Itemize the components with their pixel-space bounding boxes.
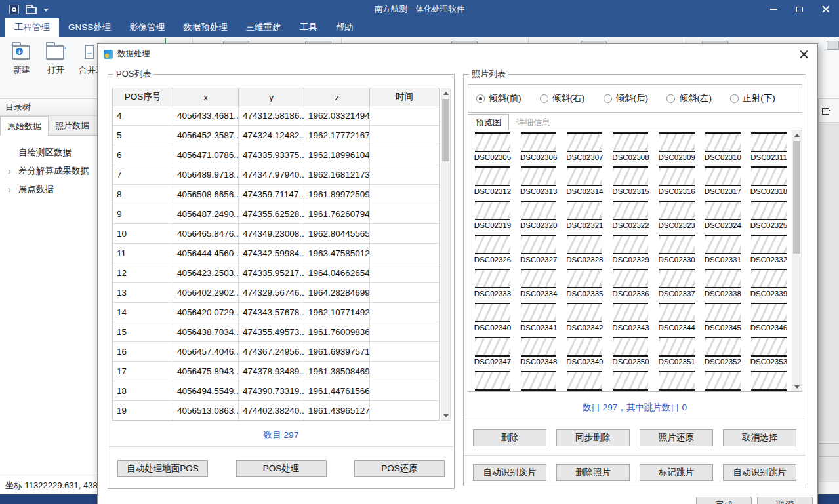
photo-item[interactable]: DSC02331 — [701, 235, 745, 265]
close-button[interactable] — [813, 0, 839, 18]
photo-action-button[interactable]: 标记跳片 — [640, 464, 713, 481]
photo-item[interactable]: DSC02326 — [471, 235, 514, 265]
photo-item[interactable]: DSC02317 — [701, 166, 745, 197]
photo-item[interactable] — [609, 371, 652, 391]
scroll-down-arrow[interactable] — [441, 411, 450, 420]
pos-table-scrollbar[interactable] — [441, 88, 451, 421]
photo-action-button[interactable]: 删除照片 — [556, 464, 630, 481]
photo-item[interactable]: DSC02339 — [747, 269, 790, 299]
photo-action-button[interactable]: 同步删除 — [556, 429, 630, 446]
scrollbar-thumb[interactable] — [442, 99, 449, 161]
photo-tab[interactable]: 预览图 — [468, 114, 509, 130]
photo-item[interactable]: DSC02327 — [517, 235, 560, 265]
photo-item[interactable]: DSC02316 — [655, 166, 699, 197]
photo-item[interactable]: DSC02308 — [609, 132, 652, 163]
photo-item[interactable]: DSC02307 — [563, 132, 606, 163]
table-row[interactable]: 12 4056423.2503... 474335.95217... 1964.… — [113, 263, 439, 283]
table-row[interactable]: 7 4056489.9718... 474347.97940... 1962.1… — [113, 165, 439, 185]
new-window-icon[interactable] — [9, 5, 19, 14]
photo-item[interactable]: DSC02334 — [517, 269, 560, 299]
photo-item[interactable]: DSC02311 — [747, 132, 790, 163]
photo-item[interactable]: DSC02329 — [609, 235, 652, 265]
photo-item[interactable]: DSC02305 — [471, 132, 514, 163]
table-row[interactable]: 18 4056494.5549... 474390.73319... 1961.… — [113, 381, 439, 401]
expander-icon[interactable]: › — [8, 180, 18, 199]
photo-item[interactable]: DSC02325 — [747, 201, 790, 231]
table-row[interactable]: 16 4056457.4046... 474367.24956... 1961.… — [113, 342, 439, 362]
tree-item[interactable]: › 自绘测区数据 — [0, 144, 97, 162]
table-row[interactable]: 15 4056438.7034... 474355.49573... 1961.… — [113, 322, 439, 342]
photo-item[interactable]: DSC02322 — [609, 201, 652, 231]
photo-item[interactable]: DSC02346 — [747, 303, 790, 333]
photo-item[interactable]: DSC02306 — [517, 132, 560, 163]
restore-panel-icon[interactable] — [825, 106, 830, 111]
table-row[interactable]: 4 4056433.4681... 474312.58186... 1962.0… — [113, 106, 439, 126]
photo-action-button[interactable]: 照片还原 — [640, 429, 713, 446]
expander-icon[interactable]: › — [8, 162, 18, 180]
photo-action-button[interactable]: 删除 — [473, 429, 546, 446]
menu-tab[interactable]: 三维重建 — [237, 18, 291, 37]
photo-item[interactable] — [747, 371, 790, 391]
maximize-button[interactable] — [787, 0, 813, 18]
photo-item[interactable]: DSC02338 — [701, 269, 745, 299]
sidebar-tab[interactable]: 原始数据 — [0, 116, 49, 136]
photo-item[interactable]: DSC02343 — [609, 303, 652, 333]
scroll-down-arrow[interactable] — [792, 382, 801, 391]
camera-view-radio[interactable]: 倾斜(前) — [476, 92, 540, 104]
table-row[interactable]: 19 4056513.0863... 474402.38240... 1961.… — [113, 401, 439, 421]
table-row[interactable]: 13 4056402.2902... 474329.56746... 1964.… — [113, 283, 439, 303]
photo-item[interactable]: DSC02344 — [655, 303, 699, 333]
table-row[interactable]: 8 4056508.6656... 474359.71147... 1961.8… — [113, 185, 439, 204]
cancel-button[interactable]: 取消 — [757, 497, 813, 504]
photo-item[interactable]: DSC02313 — [517, 166, 560, 197]
photo-item[interactable]: DSC02347 — [471, 337, 514, 367]
photo-tab[interactable]: 详细信息 — [509, 115, 558, 130]
photo-item[interactable] — [471, 371, 514, 391]
menu-tab[interactable]: 工程管理 — [5, 18, 59, 37]
scrollbar-thumb[interactable] — [793, 141, 800, 254]
photo-item[interactable] — [655, 371, 699, 391]
minimize-button[interactable] — [760, 0, 787, 18]
dialog-close-button[interactable] — [799, 50, 808, 59]
menu-tab[interactable]: 工具 — [291, 18, 327, 37]
scroll-up-arrow[interactable] — [792, 130, 801, 140]
photo-action-button[interactable]: 取消选择 — [723, 429, 796, 446]
photo-item[interactable]: DSC02321 — [563, 201, 606, 231]
photo-item[interactable]: DSC02352 — [701, 337, 745, 367]
photo-item[interactable]: DSC02350 — [609, 337, 652, 367]
menu-tab[interactable]: 帮助 — [327, 18, 363, 37]
photo-item[interactable]: DSC02324 — [701, 201, 745, 231]
photo-item[interactable]: DSC02351 — [655, 337, 699, 367]
photo-item[interactable]: DSC02312 — [471, 166, 514, 197]
photo-item[interactable]: DSC02309 — [655, 132, 699, 163]
camera-view-radio[interactable]: 正射(下) — [730, 92, 794, 104]
photo-item[interactable] — [563, 371, 606, 391]
finish-button[interactable]: 完成 — [696, 497, 752, 504]
photo-item[interactable]: DSC02318 — [747, 166, 790, 197]
photo-item[interactable]: DSC02323 — [655, 201, 699, 231]
photo-item[interactable] — [701, 371, 745, 391]
table-row[interactable]: 11 4056444.4560... 474342.59984... 1963.… — [113, 244, 439, 263]
table-row[interactable]: 6 4056471.0786... 474335.93375... 1962.1… — [113, 145, 439, 165]
photo-item[interactable]: DSC02320 — [517, 201, 560, 231]
table-row[interactable]: 17 4056475.8943... 474378.93489... 1961.… — [113, 362, 439, 381]
photo-action-button[interactable]: 自动识别废片 — [473, 464, 546, 481]
pos-action-button[interactable]: POS处理 — [236, 460, 327, 477]
photo-item[interactable]: DSC02340 — [471, 303, 514, 333]
photo-item[interactable]: DSC02330 — [655, 235, 699, 265]
dropdown-caret-icon[interactable] — [43, 9, 49, 12]
table-row[interactable]: 14 4056420.0729... 474343.57678... 1962.… — [113, 303, 439, 322]
table-row[interactable]: 5 4056452.3587... 474324.12482... 1962.1… — [113, 126, 439, 145]
photo-item[interactable]: DSC02345 — [701, 303, 745, 333]
photo-item[interactable]: DSC02315 — [609, 166, 652, 197]
photo-item[interactable] — [517, 371, 560, 391]
photo-grid-scrollbar[interactable] — [792, 130, 802, 391]
photo-item[interactable]: DSC02341 — [517, 303, 560, 333]
tree-item[interactable]: › 差分解算成果数据 — [0, 162, 97, 180]
menu-tab[interactable]: 影像管理 — [120, 18, 174, 37]
photo-action-button[interactable]: 自动识别跳片 — [723, 464, 796, 481]
photo-item[interactable]: DSC02336 — [609, 269, 652, 299]
camera-view-radio[interactable]: 倾斜(后) — [604, 92, 667, 104]
photo-item[interactable]: DSC02337 — [655, 269, 699, 299]
photo-item[interactable]: DSC02349 — [563, 337, 606, 367]
